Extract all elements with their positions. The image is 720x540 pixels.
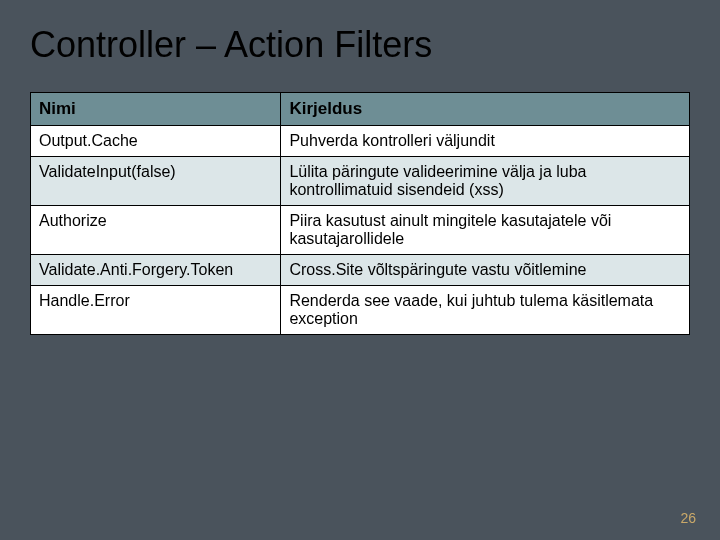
table-header-row: Nimi Kirjeldus [31, 93, 690, 126]
cell-name: Validate.Anti.Forgery.Token [31, 255, 281, 286]
table-header-desc: Kirjeldus [281, 93, 690, 126]
table-row: Validate.Anti.Forgery.Token Cross.Site v… [31, 255, 690, 286]
slide: Controller – Action Filters Nimi Kirjeld… [0, 0, 720, 540]
cell-desc: Puhverda kontrolleri väljundit [281, 126, 690, 157]
table-row: Handle.Error Renderda see vaade, kui juh… [31, 286, 690, 335]
page-number: 26 [680, 510, 696, 526]
table-row: Authorize Piira kasutust ainult mingitel… [31, 206, 690, 255]
table-row: Output.Cache Puhverda kontrolleri väljun… [31, 126, 690, 157]
cell-desc: Piira kasutust ainult mingitele kasutaja… [281, 206, 690, 255]
filters-table: Nimi Kirjeldus Output.Cache Puhverda kon… [30, 92, 690, 335]
cell-name: Output.Cache [31, 126, 281, 157]
cell-name: Handle.Error [31, 286, 281, 335]
table-header-name: Nimi [31, 93, 281, 126]
page-title: Controller – Action Filters [30, 20, 690, 66]
table-row: ValidateInput(false) Lülita päringute va… [31, 157, 690, 206]
cell-desc: Renderda see vaade, kui juhtub tulema kä… [281, 286, 690, 335]
cell-desc: Cross.Site võltspäringute vastu võitlemi… [281, 255, 690, 286]
cell-name: Authorize [31, 206, 281, 255]
cell-desc: Lülita päringute valideerimine välja ja … [281, 157, 690, 206]
cell-name: ValidateInput(false) [31, 157, 281, 206]
